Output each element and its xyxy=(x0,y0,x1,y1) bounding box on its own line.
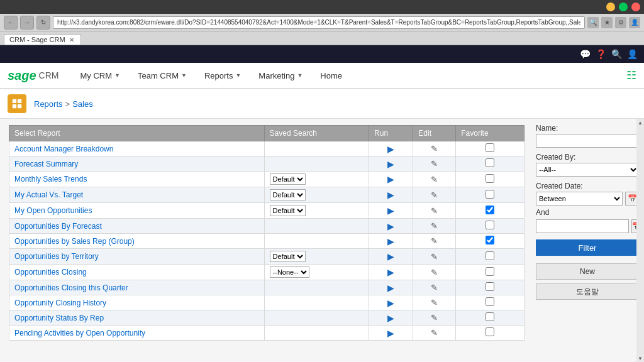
table-row: Account Manager Breakdown▶✎ xyxy=(9,141,525,156)
run-cell: ▶ xyxy=(369,141,413,156)
run-button[interactable]: ▶ xyxy=(387,267,394,277)
run-button[interactable]: ▶ xyxy=(387,236,394,246)
report-name-cell: Opportunities by Territory xyxy=(9,249,265,265)
forward-btn[interactable]: → xyxy=(20,16,34,30)
favorite-checkbox[interactable] xyxy=(486,251,494,260)
and-label: And xyxy=(536,208,639,217)
run-button[interactable]: ▶ xyxy=(387,190,394,200)
table-row: Opportunities Closing--None--▶✎ xyxy=(9,265,525,280)
edit-button[interactable]: ✎ xyxy=(431,206,438,216)
edit-button[interactable]: ✎ xyxy=(431,159,438,168)
run-button[interactable]: ▶ xyxy=(387,144,394,154)
report-name-cell: Opportunity Status By Rep xyxy=(9,310,265,326)
edit-button[interactable]: ✎ xyxy=(431,328,438,337)
favorite-checkbox[interactable] xyxy=(486,206,494,214)
report-link[interactable]: My Open Opportunities xyxy=(14,206,92,215)
saved-search-select[interactable]: Default xyxy=(270,205,306,216)
and-date-input[interactable] xyxy=(536,219,629,233)
favorite-checkbox[interactable] xyxy=(486,236,494,244)
browser-search-icon[interactable]: 🔍 xyxy=(587,17,599,28)
browser-star-icon[interactable]: ★ xyxy=(601,17,613,28)
favorite-checkbox[interactable] xyxy=(486,297,494,306)
browser-tab[interactable]: CRM - Sage CRM ✕ xyxy=(4,34,81,45)
minimize-btn[interactable] xyxy=(606,3,615,11)
nav-home[interactable]: Home xyxy=(311,63,351,88)
run-button[interactable]: ▶ xyxy=(387,328,394,338)
report-link[interactable]: Opportunities Closing xyxy=(14,268,87,277)
favorite-checkbox[interactable] xyxy=(486,158,494,167)
favorite-checkbox[interactable] xyxy=(486,312,494,321)
report-link[interactable]: Opportunity Status By Rep xyxy=(14,314,104,322)
saved-search-select[interactable]: Default xyxy=(270,251,306,262)
report-link[interactable]: Pending Activities by Open Opportunity xyxy=(14,329,145,337)
saved-search-select[interactable]: Default xyxy=(270,173,306,185)
between-select[interactable]: Between xyxy=(536,192,623,206)
favorite-checkbox[interactable] xyxy=(486,221,494,229)
saved-search-select[interactable]: --None-- xyxy=(270,266,309,278)
report-link[interactable]: Opportunities Closing this Quarter xyxy=(14,283,128,292)
report-name-cell: Pending Activities by Open Opportunity xyxy=(9,326,265,341)
report-link[interactable]: Opportunities by Sales Rep (Group) xyxy=(14,237,135,246)
edit-button[interactable]: ✎ xyxy=(431,144,438,153)
run-button[interactable]: ▶ xyxy=(387,313,394,323)
run-button[interactable]: ▶ xyxy=(387,206,394,216)
favorite-checkbox[interactable] xyxy=(486,282,494,291)
edit-button[interactable]: ✎ xyxy=(431,252,438,261)
report-link[interactable]: Forecast Summary xyxy=(14,160,78,168)
favorite-checkbox[interactable] xyxy=(486,143,494,152)
browser-user-icon[interactable]: 👤 xyxy=(629,17,640,28)
svg-rect-2 xyxy=(13,104,16,108)
report-link[interactable]: Account Manager Breakdown xyxy=(14,145,113,153)
tab-close-btn[interactable]: ✕ xyxy=(69,36,74,43)
help-icon[interactable]: ❓ xyxy=(596,49,606,59)
edit-button[interactable]: ✎ xyxy=(431,175,438,184)
edit-cell: ✎ xyxy=(413,310,456,326)
edit-button[interactable]: ✎ xyxy=(431,268,438,277)
search-system-icon[interactable]: 🔍 xyxy=(611,49,622,59)
filter-button[interactable]: Filter xyxy=(536,239,639,256)
scrollbar-v[interactable]: ▲ ▼ xyxy=(636,119,644,362)
grid-icon[interactable]: ☷ xyxy=(626,69,636,82)
nav-teamcrm[interactable]: Team CRM ▼ xyxy=(129,63,196,88)
run-button[interactable]: ▶ xyxy=(387,159,394,169)
browser-settings-icon[interactable]: ⚙ xyxy=(615,17,626,28)
nav-mycrm[interactable]: My CRM ▼ xyxy=(71,63,128,88)
edit-button[interactable]: ✎ xyxy=(431,283,438,292)
report-link[interactable]: Opportunities by Territory xyxy=(14,252,99,261)
edit-button[interactable]: ✎ xyxy=(431,190,438,200)
favorite-checkbox[interactable] xyxy=(486,327,494,336)
report-link[interactable]: My Actual Vs. Target xyxy=(14,190,83,199)
breadcrumb-reports[interactable]: Reports xyxy=(34,99,63,109)
report-link[interactable]: Opportunities By Forecast xyxy=(14,222,102,231)
run-button[interactable]: ▶ xyxy=(387,283,394,293)
name-input[interactable] xyxy=(536,134,639,148)
edit-button[interactable]: ✎ xyxy=(431,236,438,246)
nav-reports[interactable]: Reports ▼ xyxy=(196,63,250,88)
back-btn[interactable]: ← xyxy=(4,16,18,30)
run-button[interactable]: ▶ xyxy=(387,174,394,184)
report-link[interactable]: Opportunity Closing History xyxy=(14,299,106,307)
edit-button[interactable]: ✎ xyxy=(431,298,438,307)
nav-marketing[interactable]: Marketing ▼ xyxy=(250,63,311,88)
run-button[interactable]: ▶ xyxy=(387,298,394,308)
edit-button[interactable]: ✎ xyxy=(431,221,438,231)
favorite-checkbox[interactable] xyxy=(486,267,494,276)
run-button[interactable]: ▶ xyxy=(387,251,394,261)
refresh-btn[interactable]: ↻ xyxy=(36,16,50,30)
saved-search-select[interactable]: Default xyxy=(270,189,306,200)
report-link[interactable]: Monthly Sales Trends xyxy=(14,175,87,184)
address-bar[interactable] xyxy=(53,16,585,29)
maximize-btn[interactable] xyxy=(619,3,628,11)
run-button[interactable]: ▶ xyxy=(387,221,394,231)
created-by-select[interactable]: --All-- xyxy=(536,163,639,177)
favorite-cell xyxy=(456,280,525,295)
favorite-checkbox[interactable] xyxy=(486,174,494,183)
edit-button[interactable]: ✎ xyxy=(431,313,438,322)
run-cell: ▶ xyxy=(369,295,413,310)
favorite-checkbox[interactable] xyxy=(486,190,494,199)
chat-icon[interactable]: 💬 xyxy=(580,49,591,59)
new-button[interactable]: New xyxy=(536,263,639,280)
user-system-icon[interactable]: 👤 xyxy=(627,49,638,59)
close-btn[interactable] xyxy=(631,3,640,11)
help-button[interactable]: 도움말 xyxy=(536,283,639,300)
